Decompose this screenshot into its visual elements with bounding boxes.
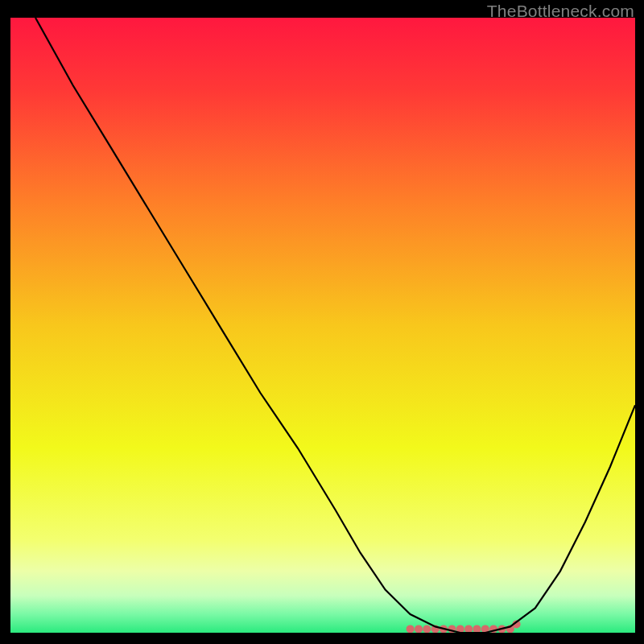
bottleneck-chart [10, 18, 635, 633]
optimal-marker [464, 625, 473, 633]
chart-background [10, 18, 635, 633]
optimal-marker [415, 625, 423, 633]
chart-frame [10, 18, 635, 633]
watermark-text: TheBottleneck.com [487, 2, 634, 21]
optimal-marker [423, 625, 431, 633]
optimal-marker [473, 625, 481, 633]
optimal-marker [407, 625, 415, 633]
